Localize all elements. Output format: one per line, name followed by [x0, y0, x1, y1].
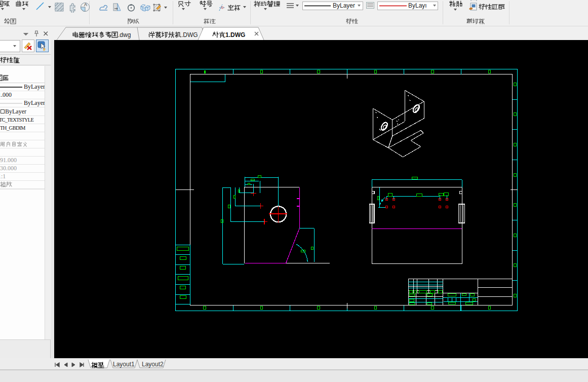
svg-text:A: A	[84, 2, 87, 7]
